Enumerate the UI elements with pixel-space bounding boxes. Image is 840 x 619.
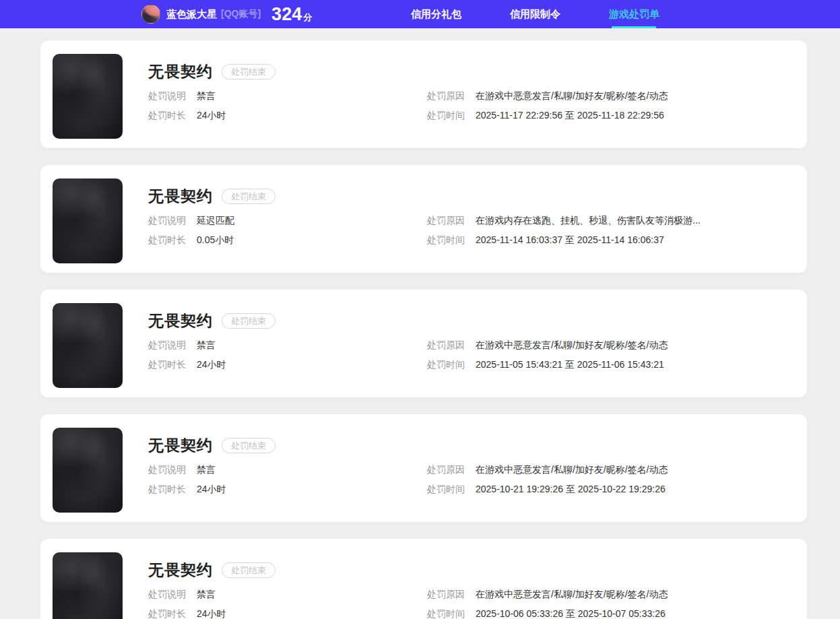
- penalty-reason-row: 处罚原因 在游戏中恶意发言/私聊/加好友/昵称/签名/动态: [427, 339, 794, 350]
- penalty-info-grid: 处罚说明 禁言 处罚时长 24小时 处罚原因 在游戏中恶意发言/私聊/加好友/昵…: [148, 464, 794, 503]
- penalty-info-left: 处罚说明 禁言 处罚时长 24小时: [148, 589, 427, 619]
- penalty-duration-value: 0.05小时: [197, 234, 234, 245]
- penalty-card-title-row: 无畏契约 处罚结束: [148, 562, 794, 578]
- header-nav: 信用分礼包 信用限制令 游戏处罚单: [411, 0, 659, 28]
- penalty-time-row: 处罚时间 2025-11-14 16:03:37 至 2025-11-14 16…: [427, 234, 794, 245]
- tab-credit-restriction[interactable]: 信用限制令: [510, 0, 560, 28]
- game-title: 无畏契约: [148, 313, 213, 329]
- penalty-reason-row: 处罚原因 在游戏内存在逃跑、挂机、秒退、伤害队友等消极游...: [427, 215, 794, 226]
- game-thumbnail: [53, 54, 123, 139]
- penalty-duration-label: 处罚时长: [148, 110, 197, 121]
- penalty-duration-row: 处罚时长 24小时: [148, 608, 427, 619]
- penalty-duration-value: 24小时: [197, 110, 226, 121]
- penalty-time-label: 处罚时间: [427, 234, 476, 245]
- credit-score-value: 324: [271, 5, 302, 24]
- penalty-status-badge: 处罚结束: [222, 64, 276, 79]
- account-type-label: [QQ账号]: [221, 8, 261, 20]
- penalty-desc-row: 处罚说明 禁言: [148, 589, 427, 599]
- penalty-reason-value: 在游戏中恶意发言/私聊/加好友/昵称/签名/动态: [476, 464, 668, 475]
- penalty-status-badge: 处罚结束: [222, 313, 276, 329]
- tab-game-penalty[interactable]: 游戏处罚单: [609, 0, 659, 28]
- penalty-desc-label: 处罚说明: [148, 589, 197, 599]
- penalty-card: 无畏契约 处罚结束 处罚说明 禁言 处罚时长 24小时 处罚原因: [40, 539, 807, 619]
- penalty-info-grid: 处罚说明 禁言 处罚时长 24小时 处罚原因 在游戏中恶意发言/私聊/加好友/昵…: [148, 339, 794, 379]
- penalty-desc-value: 禁言: [197, 90, 216, 101]
- penalty-duration-value: 24小时: [197, 608, 226, 619]
- penalty-info-grid: 处罚说明 延迟匹配 处罚时长 0.05小时 处罚原因 在游戏内存在逃跑、挂机、秒…: [148, 215, 794, 254]
- game-title: 无畏契约: [148, 188, 213, 204]
- penalty-card: 无畏契约 处罚结束 处罚说明 禁言 处罚时长 24小时 处罚原因: [40, 290, 807, 397]
- penalty-card-content: 无畏契约 处罚结束 处罚说明 延迟匹配 处罚时长 0.05小时 处罚原因: [148, 178, 794, 263]
- penalty-card-title-row: 无畏契约 处罚结束: [148, 437, 794, 453]
- penalty-card-title-row: 无畏契约 处罚结束: [148, 188, 794, 204]
- penalty-card-title-row: 无畏契约 处罚结束: [148, 63, 794, 79]
- penalty-card: 无畏契约 处罚结束 处罚说明 禁言 处罚时长 24小时 处罚原因: [40, 40, 807, 148]
- penalty-time-value: 2025-11-05 15:43:21 至 2025-11-06 15:43:2…: [476, 359, 664, 370]
- penalty-list: 无畏契约 处罚结束 处罚说明 禁言 处罚时长 24小时 处罚原因: [0, 28, 840, 619]
- penalty-info-right: 处罚原因 在游戏中恶意发言/私聊/加好友/昵称/签名/动态 处罚时间 2025-…: [427, 339, 794, 379]
- user-avatar: [141, 5, 160, 24]
- penalty-duration-value: 24小时: [197, 484, 226, 494]
- penalty-duration-row: 处罚时长 24小时: [148, 110, 427, 121]
- penalty-info-right: 处罚原因 在游戏内存在逃跑、挂机、秒退、伤害队友等消极游... 处罚时间 202…: [427, 215, 794, 254]
- penalty-reason-row: 处罚原因 在游戏中恶意发言/私聊/加好友/昵称/签名/动态: [427, 90, 794, 101]
- penalty-desc-row: 处罚说明 延迟匹配: [148, 215, 427, 226]
- penalty-reason-value: 在游戏中恶意发言/私聊/加好友/昵称/签名/动态: [476, 339, 668, 350]
- penalty-card-content: 无畏契约 处罚结束 处罚说明 禁言 处罚时长 24小时 处罚原因: [148, 303, 794, 388]
- penalty-duration-label: 处罚时长: [148, 608, 197, 619]
- penalty-time-row: 处罚时间 2025-10-06 05:33:26 至 2025-10-07 05…: [427, 608, 794, 619]
- tab-credit-gift[interactable]: 信用分礼包: [411, 0, 461, 28]
- penalty-time-row: 处罚时间 2025-11-05 15:43:21 至 2025-11-06 15…: [427, 359, 794, 370]
- penalty-reason-label: 处罚原因: [427, 215, 476, 226]
- game-title: 无畏契约: [148, 562, 213, 578]
- penalty-time-row: 处罚时间 2025-10-21 19:29:26 至 2025-10-22 19…: [427, 484, 794, 494]
- penalty-desc-value: 禁言: [197, 339, 216, 350]
- penalty-time-label: 处罚时间: [427, 608, 476, 619]
- penalty-info-left: 处罚说明 禁言 处罚时长 24小时: [148, 90, 427, 129]
- game-thumbnail: [53, 552, 123, 619]
- penalty-info-right: 处罚原因 在游戏中恶意发言/私聊/加好友/昵称/签名/动态 处罚时间 2025-…: [427, 464, 794, 503]
- penalty-reason-value: 在游戏中恶意发言/私聊/加好友/昵称/签名/动态: [476, 589, 668, 599]
- penalty-info-right: 处罚原因 在游戏中恶意发言/私聊/加好友/昵称/签名/动态 处罚时间 2025-…: [427, 589, 794, 619]
- penalty-desc-label: 处罚说明: [148, 90, 197, 101]
- penalty-reason-label: 处罚原因: [427, 464, 476, 475]
- penalty-duration-row: 处罚时长 0.05小时: [148, 234, 427, 245]
- penalty-desc-label: 处罚说明: [148, 464, 197, 475]
- penalty-time-row: 处罚时间 2025-11-17 22:29:56 至 2025-11-18 22…: [427, 110, 794, 121]
- penalty-duration-row: 处罚时长 24小时: [148, 484, 427, 494]
- penalty-reason-value: 在游戏内存在逃跑、挂机、秒退、伤害队友等消极游...: [476, 215, 701, 226]
- penalty-duration-row: 处罚时长 24小时: [148, 359, 427, 370]
- penalty-reason-row: 处罚原因 在游戏中恶意发言/私聊/加好友/昵称/签名/动态: [427, 589, 794, 599]
- penalty-desc-row: 处罚说明 禁言: [148, 464, 427, 475]
- penalty-reason-label: 处罚原因: [427, 589, 476, 599]
- penalty-status-badge: 处罚结束: [222, 189, 276, 204]
- game-title: 无畏契约: [148, 437, 213, 453]
- credit-score-unit: 分: [303, 11, 312, 24]
- penalty-desc-value: 延迟匹配: [197, 215, 234, 226]
- penalty-duration-label: 处罚时长: [148, 359, 197, 370]
- penalty-duration-label: 处罚时长: [148, 234, 197, 245]
- game-title: 无畏契约: [148, 63, 213, 79]
- penalty-card: 无畏契约 处罚结束 处罚说明 禁言 处罚时长 24小时 处罚原因: [40, 414, 807, 522]
- game-thumbnail: [53, 303, 123, 388]
- penalty-reason-value: 在游戏中恶意发言/私聊/加好友/昵称/签名/动态: [476, 90, 668, 101]
- penalty-info-grid: 处罚说明 禁言 处罚时长 24小时 处罚原因 在游戏中恶意发言/私聊/加好友/昵…: [148, 589, 794, 619]
- penalty-info-grid: 处罚说明 禁言 处罚时长 24小时 处罚原因 在游戏中恶意发言/私聊/加好友/昵…: [148, 90, 794, 129]
- penalty-info-left: 处罚说明 延迟匹配 处罚时长 0.05小时: [148, 215, 427, 254]
- penalty-time-value: 2025-11-14 16:03:37 至 2025-11-14 16:06:3…: [476, 234, 664, 245]
- penalty-duration-label: 处罚时长: [148, 484, 197, 494]
- penalty-desc-row: 处罚说明 禁言: [148, 339, 427, 350]
- penalty-desc-label: 处罚说明: [148, 215, 197, 226]
- penalty-reason-label: 处罚原因: [427, 339, 476, 350]
- header: 蓝色派大星 [QQ账号] 324 分 信用分礼包 信用限制令 游戏处罚单: [0, 0, 840, 28]
- penalty-card-title-row: 无畏契约 处罚结束: [148, 313, 794, 329]
- penalty-reason-row: 处罚原因 在游戏中恶意发言/私聊/加好友/昵称/签名/动态: [427, 464, 794, 475]
- user-name: 蓝色派大星: [166, 8, 217, 21]
- penalty-desc-value: 禁言: [197, 589, 216, 599]
- penalty-info-left: 处罚说明 禁言 处罚时长 24小时: [148, 464, 427, 503]
- penalty-status-badge: 处罚结束: [222, 438, 276, 453]
- penalty-info-left: 处罚说明 禁言 处罚时长 24小时: [148, 339, 427, 379]
- penalty-card-content: 无畏契约 处罚结束 处罚说明 禁言 处罚时长 24小时 处罚原因: [148, 552, 794, 619]
- penalty-card-content: 无畏契约 处罚结束 处罚说明 禁言 处罚时长 24小时 处罚原因: [148, 54, 794, 139]
- penalty-info-right: 处罚原因 在游戏中恶意发言/私聊/加好友/昵称/签名/动态 处罚时间 2025-…: [427, 90, 794, 129]
